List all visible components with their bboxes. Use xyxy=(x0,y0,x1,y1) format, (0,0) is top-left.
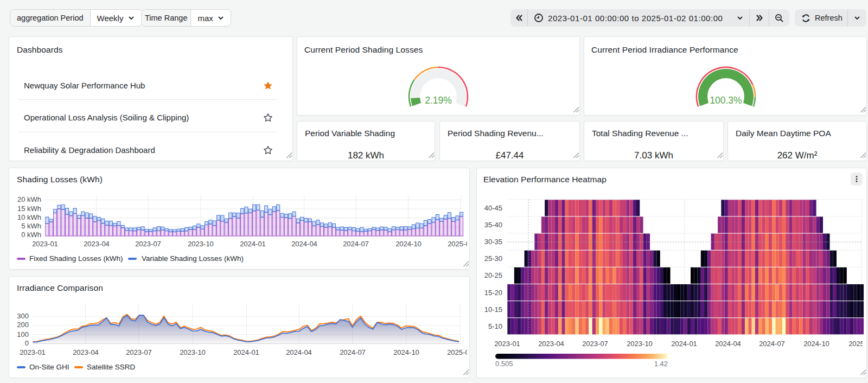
svg-text:2.19%: 2.19% xyxy=(425,94,452,105)
svg-text:100.3%: 100.3% xyxy=(710,94,742,105)
